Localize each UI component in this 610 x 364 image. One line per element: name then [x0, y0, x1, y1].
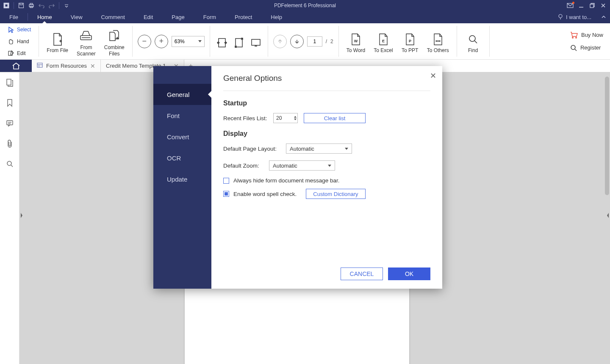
fit-width-button[interactable]: [214, 23, 230, 59]
search-panel-icon[interactable]: [5, 159, 15, 169]
dialog-sidebar: General Font Convert OCR Update: [153, 66, 211, 289]
cancel-button[interactable]: CANCEL: [341, 267, 383, 280]
sidebar-item-convert[interactable]: Convert: [153, 126, 211, 147]
fit-width-icon: [216, 35, 227, 51]
maximize-icon[interactable]: [587, 1, 597, 10]
svg-text:P: P: [409, 39, 411, 43]
combine-icon: [108, 28, 121, 44]
tab-close-icon[interactable]: ✕: [90, 63, 95, 69]
chevron-down-icon: [328, 165, 331, 167]
others-icon: [433, 31, 444, 47]
next-page-button[interactable]: [290, 35, 304, 48]
expand-right-icon[interactable]: [606, 212, 610, 219]
page-number-input[interactable]: [307, 36, 322, 47]
print-icon[interactable]: [27, 1, 36, 10]
sidebar-item-update[interactable]: Update: [153, 168, 211, 190]
menu-help[interactable]: Help: [261, 11, 291, 23]
combine-files-button[interactable]: Combine Files: [100, 23, 129, 59]
app-logo-icon: [2, 1, 11, 10]
spin-down-icon[interactable]: [294, 119, 297, 120]
page-layout-combo[interactable]: Automatic: [286, 143, 352, 154]
edit-tool[interactable]: Edit: [6, 48, 33, 59]
from-scanner-button[interactable]: From Scanner: [72, 23, 100, 59]
close-icon[interactable]: [598, 1, 608, 10]
search-help[interactable]: I want to...: [552, 11, 597, 23]
menu-edit[interactable]: Edit: [134, 11, 162, 23]
menu-view[interactable]: View: [61, 11, 92, 23]
bookmarks-icon[interactable]: [5, 98, 15, 108]
register-button[interactable]: Register: [570, 42, 603, 53]
tab-form-resources[interactable]: Form Resources ✕: [32, 60, 101, 72]
menu-comment[interactable]: Comment: [92, 11, 134, 23]
startup-heading: Startup: [223, 99, 430, 107]
zoom-in-button[interactable]: +: [155, 35, 168, 48]
file-icon: [52, 31, 64, 47]
menu-page[interactable]: Page: [162, 11, 194, 23]
zoom-out-button[interactable]: −: [138, 35, 151, 48]
sidebar-item-general[interactable]: General: [153, 84, 211, 105]
chevron-down-icon: [198, 40, 202, 42]
options-dialog: General Font Convert OCR Update ✕ Genera…: [153, 66, 442, 289]
expand-left-icon[interactable]: [19, 212, 24, 219]
svg-rect-9: [590, 4, 593, 8]
svg-point-31: [469, 36, 475, 41]
dialog-title: General Options: [223, 74, 430, 91]
minimize-icon[interactable]: [576, 1, 586, 10]
comments-icon[interactable]: [5, 118, 15, 128]
save-icon[interactable]: [17, 1, 26, 10]
to-excel-button[interactable]: ETo Excel: [369, 23, 397, 59]
page-layout-label: Default Page Layout:: [223, 146, 280, 152]
menu-home[interactable]: Home: [28, 11, 61, 23]
ok-button[interactable]: OK: [388, 267, 430, 280]
home-tab[interactable]: [0, 60, 32, 72]
svg-rect-3: [20, 3, 22, 5]
svg-point-28: [436, 41, 437, 41]
fit-page-button[interactable]: [230, 23, 247, 59]
collapse-ribbon-icon[interactable]: [597, 11, 610, 23]
sidebar-item-font[interactable]: Font: [153, 105, 211, 126]
menu-protect[interactable]: Protect: [225, 11, 261, 23]
window-title: PDFelement 6 Professional: [0, 3, 610, 8]
search-help-label: I want to...: [566, 14, 591, 20]
to-ppt-button[interactable]: PTo PPT: [397, 23, 423, 59]
ppt-icon: P: [405, 31, 416, 47]
select-tool[interactable]: Select: [6, 24, 33, 35]
to-others-button[interactable]: To Others: [423, 23, 453, 59]
svg-point-44: [7, 161, 11, 165]
prev-page-button[interactable]: [273, 35, 287, 48]
thumbnails-icon[interactable]: [5, 77, 15, 88]
spin-up-icon[interactable]: [294, 116, 297, 118]
svg-point-12: [559, 14, 562, 18]
find-button[interactable]: Find: [460, 23, 486, 59]
hand-tool[interactable]: Hand: [6, 36, 33, 47]
default-zoom-combo[interactable]: Automatic: [269, 160, 335, 171]
svg-rect-5: [30, 3, 33, 5]
default-zoom-label: Default Zoom:: [223, 163, 263, 169]
to-word-button[interactable]: WTo Word: [342, 23, 369, 59]
menu-form[interactable]: Form: [194, 11, 225, 23]
quick-access-dropdown-icon[interactable]: [62, 1, 71, 10]
zoom-combo[interactable]: 63%: [172, 36, 205, 47]
svg-rect-2: [19, 3, 24, 8]
svg-point-33: [572, 37, 574, 38]
mail-icon[interactable]: [565, 1, 575, 10]
custom-dictionary-button[interactable]: Custom Dictionary: [306, 189, 365, 199]
form-icon: [37, 62, 43, 69]
spellcheck-checkbox[interactable]: [223, 191, 229, 197]
redo-icon[interactable]: [47, 1, 56, 10]
undo-icon[interactable]: [37, 1, 46, 10]
attachments-icon[interactable]: [5, 138, 15, 149]
from-file-button[interactable]: From File: [42, 23, 72, 59]
dialog-close-icon[interactable]: ✕: [430, 71, 436, 80]
vertical-scrollbar[interactable]: [605, 77, 609, 195]
menu-file[interactable]: File: [0, 11, 28, 23]
recent-files-spinbox[interactable]: 20: [273, 113, 298, 123]
buy-now-button[interactable]: Buy Now: [570, 30, 603, 41]
sidebar-item-ocr[interactable]: OCR: [153, 147, 211, 168]
excel-icon: E: [378, 31, 389, 47]
word-icon: W: [350, 31, 361, 47]
ribbon-toolbar: Select Hand Edit From File From Scanner …: [0, 23, 610, 60]
hide-messagebar-checkbox[interactable]: [223, 178, 229, 184]
clear-list-button[interactable]: Clear list: [304, 113, 366, 123]
fullscreen-button[interactable]: [247, 23, 264, 59]
